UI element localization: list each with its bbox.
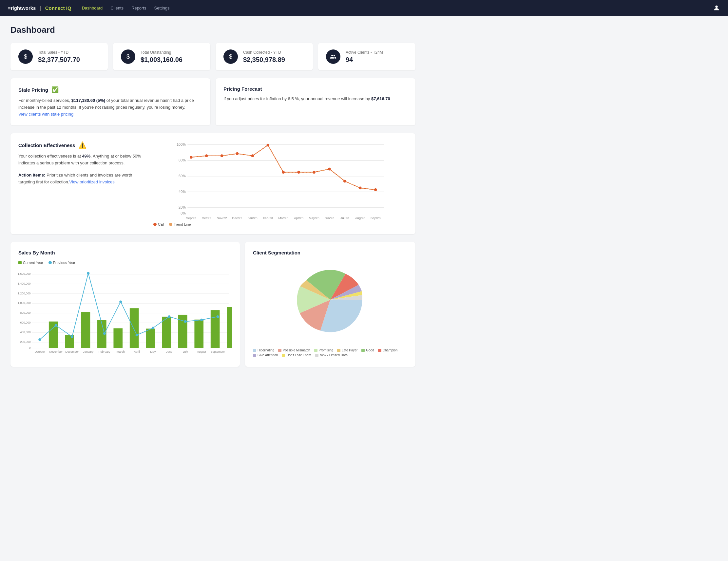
total-sales-icon: $ [18, 49, 33, 64]
legend-promising: Promising [314, 348, 333, 352]
brand-logo: ≡rightworks | Connect IQ [8, 5, 71, 11]
svg-point-75 [152, 327, 154, 329]
segmentation-legend: Hibernating Possible Mismatch Promising … [253, 348, 408, 357]
svg-text:Apr/23: Apr/23 [294, 216, 303, 220]
legend-cei: CEI [153, 223, 164, 226]
navbar: ≡rightworks | Connect IQ Dashboard Clien… [0, 0, 728, 16]
svg-text:800,000: 800,000 [20, 311, 30, 314]
svg-point-71 [87, 272, 89, 275]
cei-chart-svg: 100% 80% 60% 40% 20% 0% [153, 141, 408, 220]
svg-point-20 [313, 171, 316, 174]
svg-text:0%: 0% [181, 211, 186, 215]
svg-text:Sep/22: Sep/22 [186, 216, 196, 220]
stat-card-cash: $ Cash Collected - YTD $2,350,978.89 [216, 43, 313, 70]
nav-reports[interactable]: Reports [131, 6, 146, 10]
svg-text:400,000: 400,000 [20, 331, 30, 334]
nav-clients[interactable]: Clients [110, 6, 124, 10]
stat-card-outstanding: $ Total Outstanding $1,003,160.06 [113, 43, 210, 70]
svg-point-14 [220, 155, 223, 158]
total-sales-value: $2,377,507.70 [38, 56, 80, 64]
svg-text:100%: 100% [177, 143, 186, 147]
svg-point-79 [217, 315, 219, 318]
legend-current-year: Current Year [18, 261, 43, 265]
svg-point-77 [184, 320, 187, 323]
svg-point-69 [55, 324, 57, 327]
segmentation-panel: Client Segmentation [245, 242, 415, 367]
sales-chart-title: Sales By Month [18, 250, 232, 256]
bottom-row: Sales By Month Current Year Previous Yea… [10, 242, 415, 367]
clients-icon [326, 49, 340, 64]
svg-rect-62 [146, 329, 155, 348]
svg-text:October: October [34, 350, 45, 353]
svg-text:May: May [150, 350, 156, 353]
nav-links: Dashboard Clients Reports Settings [82, 6, 702, 10]
collection-chart: 100% 80% 60% 40% 20% 0% [153, 141, 408, 226]
svg-text:40%: 40% [179, 190, 186, 194]
svg-rect-65 [194, 319, 203, 348]
collection-text: Collection Effectiveness ⚠️ Your collect… [18, 141, 143, 226]
svg-text:Jul/23: Jul/23 [340, 216, 349, 220]
legend-possible-mismatch: Possible Mismatch [278, 348, 310, 352]
legend-champion: Champion [378, 348, 398, 352]
svg-text:November: November [49, 350, 63, 353]
collection-title: Collection Effectiveness [18, 143, 75, 148]
svg-text:May/23: May/23 [309, 216, 319, 220]
collection-link[interactable]: View prioritized invoices [69, 180, 115, 184]
legend-give-attention: Give Attention [253, 353, 278, 357]
stat-card-clients: Active Clients - T24M 94 [318, 43, 415, 70]
svg-point-15 [236, 152, 239, 155]
svg-text:Oct/22: Oct/22 [202, 216, 211, 220]
svg-rect-67 [227, 307, 232, 348]
sales-chart-panel: Sales By Month Current Year Previous Yea… [10, 242, 240, 367]
svg-text:600,000: 600,000 [20, 321, 30, 324]
svg-text:80%: 80% [179, 159, 186, 163]
svg-text:60%: 60% [179, 174, 186, 178]
brand-connectiq: Connect IQ [45, 5, 71, 11]
stale-pricing-link[interactable]: View clients with stale pricing [18, 112, 73, 117]
outstanding-icon: $ [121, 49, 135, 64]
svg-text:Jan/23: Jan/23 [248, 216, 258, 220]
warning-icon: ⚠️ [78, 141, 86, 149]
svg-rect-63 [162, 317, 171, 348]
svg-point-17 [266, 144, 269, 147]
svg-text:December: December [66, 350, 79, 353]
legend-new-limited: New - Limited Data [315, 353, 348, 357]
sales-chart-svg: 1,600,000 1,400,000 1,200,000 1,000,000 … [18, 267, 232, 359]
cash-icon: $ [223, 49, 238, 64]
nav-dashboard[interactable]: Dashboard [82, 6, 103, 10]
collection-header: Collection Effectiveness ⚠️ [18, 141, 143, 149]
svg-text:0: 0 [29, 346, 31, 349]
svg-text:Mar/23: Mar/23 [278, 216, 288, 220]
cei-legend: CEI Trend Line [153, 223, 408, 226]
svg-point-74 [136, 334, 138, 337]
svg-text:September: September [211, 350, 225, 353]
svg-text:1,000,000: 1,000,000 [18, 301, 31, 305]
pricing-forecast-header: Pricing Forecast [223, 86, 408, 92]
legend-hibernating: Hibernating [253, 348, 274, 352]
stale-pricing-panel: Stale Pricing ✅ For monthly-billed servi… [10, 78, 210, 126]
info-panels-row: Stale Pricing ✅ For monthly-billed servi… [10, 78, 415, 126]
svg-text:Jun/23: Jun/23 [325, 216, 335, 220]
svg-text:1,200,000: 1,200,000 [18, 292, 31, 295]
svg-text:February: February [99, 350, 110, 353]
svg-text:1,400,000: 1,400,000 [18, 282, 31, 285]
user-avatar[interactable] [713, 4, 720, 11]
segmentation-chart-svg [253, 261, 408, 346]
svg-rect-58 [81, 312, 90, 348]
svg-point-23 [359, 187, 362, 190]
svg-text:Aug/23: Aug/23 [355, 216, 366, 220]
nav-settings[interactable]: Settings [154, 6, 170, 10]
clients-label: Active Clients - T24M [346, 50, 383, 55]
svg-point-72 [103, 332, 106, 335]
check-icon: ✅ [51, 86, 59, 93]
svg-text:Feb/23: Feb/23 [263, 216, 273, 220]
svg-text:20%: 20% [179, 206, 186, 210]
svg-point-0 [715, 6, 718, 8]
svg-text:August: August [197, 350, 206, 353]
collection-body2: Action Items: Prioritize which clients a… [18, 172, 143, 186]
cash-value: $2,350,978.89 [243, 56, 285, 64]
svg-point-19 [297, 171, 300, 174]
svg-point-76 [168, 315, 170, 318]
svg-point-12 [190, 156, 193, 159]
svg-rect-60 [113, 328, 123, 348]
